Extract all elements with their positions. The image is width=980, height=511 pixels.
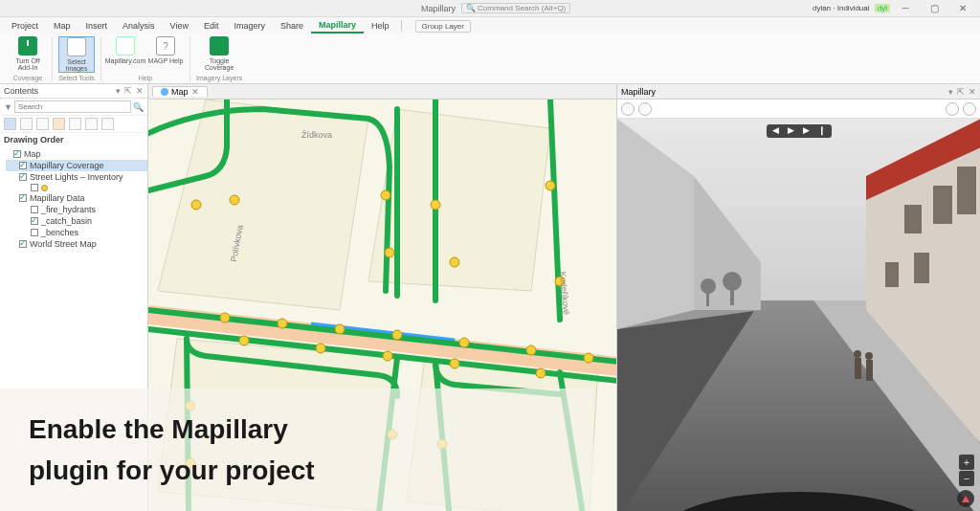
menu-map[interactable]: Map: [46, 19, 78, 33]
layer-label: Street Lights – Inventory: [30, 172, 123, 182]
menu-insert[interactable]: Insert: [78, 19, 116, 33]
toc-more-icon[interactable]: [101, 118, 114, 130]
toggle-coverage-button[interactable]: Toggle Coverage: [201, 36, 237, 71]
svg-point-17: [316, 344, 325, 353]
menu-imagery[interactable]: Imagery: [226, 19, 273, 33]
layer-node[interactable]: [6, 183, 147, 192]
filter-icon[interactable]: ▼: [4, 102, 12, 112]
app-title: Mapillary: [421, 4, 456, 13]
maximize-button[interactable]: ▢: [924, 3, 944, 13]
street-view-canvas[interactable]: ◀ ▶ ▶ ❙ + −: [617, 119, 980, 511]
menu-mapillary[interactable]: Mapillary: [311, 18, 364, 33]
viewer-add-button[interactable]: [946, 102, 959, 116]
layer-node[interactable]: _catch_basin: [6, 215, 147, 227]
layer-label: Map: [24, 149, 41, 159]
svg-point-16: [239, 336, 249, 345]
mapillary-com-button[interactable]: Mapillary.com: [107, 36, 144, 64]
layer-node[interactable]: Map: [6, 148, 147, 160]
svg-point-9: [220, 313, 230, 322]
select-images-button[interactable]: Select Images: [58, 36, 95, 73]
layer-checkbox[interactable]: [31, 217, 38, 225]
nav-next-button[interactable]: ▶: [801, 125, 813, 137]
menu-view[interactable]: View: [163, 19, 196, 33]
viewer-filter-button[interactable]: [621, 102, 635, 116]
layer-checkbox[interactable]: [31, 184, 38, 191]
layer-checkbox[interactable]: [31, 229, 38, 236]
menu-help[interactable]: Help: [364, 19, 397, 33]
layer-node[interactable]: Mapillary Data: [6, 192, 147, 204]
map-tab-close-icon[interactable]: ✕: [191, 87, 199, 97]
layer-node[interactable]: _benches: [6, 227, 147, 238]
drawing-order-label: Drawing Order: [0, 133, 147, 146]
viewer-close-icon[interactable]: ✕: [969, 87, 976, 97]
panel-close-icon[interactable]: ✕: [136, 86, 144, 96]
toc-edit-icon[interactable]: [53, 118, 65, 130]
user-badge: dyl: [875, 4, 890, 12]
ribbon-group-coverage: Coverage: [13, 75, 42, 81]
menu-analysis[interactable]: Analysis: [115, 19, 163, 33]
turn-off-addin-button[interactable]: Turn Off Add-In: [10, 36, 46, 71]
svg-point-15: [584, 353, 593, 363]
svg-text:Žídkova: Žídkova: [301, 130, 332, 140]
layer-checkbox[interactable]: [19, 162, 27, 169]
viewer-title: Mapillary: [621, 87, 656, 97]
menu-share[interactable]: Share: [273, 19, 311, 33]
map-tab[interactable]: Map ✕: [152, 86, 208, 97]
layer-checkbox[interactable]: [19, 173, 27, 181]
svg-point-13: [459, 338, 469, 347]
svg-point-7: [546, 181, 555, 190]
nav-prev-button[interactable]: ◀: [770, 125, 782, 137]
close-button[interactable]: ✕: [953, 3, 972, 13]
search-go-icon[interactable]: 🔍: [133, 102, 144, 112]
layer-node[interactable]: Street Lights – Inventory: [6, 171, 147, 183]
viewer-more-button[interactable]: [963, 102, 976, 116]
command-search[interactable]: 🔍 Command Search (Alt+Q): [461, 3, 570, 13]
svg-point-12: [392, 330, 402, 340]
svg-point-4: [385, 248, 394, 257]
menu-project[interactable]: Project: [4, 19, 46, 33]
globe-icon: [116, 36, 135, 56]
minimize-button[interactable]: ─: [896, 3, 915, 13]
viewer-pin-icon[interactable]: ⇱: [957, 87, 965, 97]
ribbon-group-imagery: Imagery Layers: [196, 75, 242, 81]
toc-view-source-icon[interactable]: [20, 118, 33, 130]
power-icon: [18, 36, 37, 56]
svg-point-48: [865, 352, 873, 360]
contents-search-input[interactable]: [14, 100, 131, 113]
toc-view-list-icon[interactable]: [4, 118, 16, 130]
svg-rect-47: [866, 360, 873, 381]
search-icon: 🔍: [466, 4, 476, 12]
group-layer-button[interactable]: Group Layer: [415, 20, 471, 33]
layer-checkbox[interactable]: [13, 150, 21, 158]
layer-node[interactable]: World Street Map: [6, 238, 147, 250]
layer-node[interactable]: _fire_hydrants: [6, 204, 147, 215]
toc-view-selection-icon[interactable]: [36, 118, 49, 130]
panel-pin-icon[interactable]: ⇱: [124, 86, 132, 96]
nav-end-button[interactable]: ❙: [816, 125, 828, 137]
svg-point-18: [383, 351, 392, 361]
layer-checkbox[interactable]: [19, 240, 27, 248]
map-tab-icon: [161, 88, 168, 96]
zoom-in-button[interactable]: +: [959, 455, 974, 470]
viewer-settings-button[interactable]: [638, 102, 652, 116]
layer-node[interactable]: Mapillary Coverage: [6, 160, 147, 171]
svg-point-11: [335, 324, 345, 334]
toc-label-icon[interactable]: [69, 118, 81, 130]
menu-edit[interactable]: Edit: [196, 19, 227, 33]
magp-help-button[interactable]: ? MAGP Help: [147, 36, 184, 64]
user-label[interactable]: dylan · Individual dyl: [813, 4, 890, 12]
compass-button[interactable]: [957, 490, 974, 507]
layer-label: World Street Map: [30, 239, 97, 249]
svg-point-3: [381, 190, 390, 200]
svg-rect-35: [957, 167, 976, 214]
panel-menu-icon[interactable]: ▾: [116, 86, 121, 96]
main-menu: Project Map Insert Analysis View Edit Im…: [0, 17, 980, 34]
svg-point-10: [278, 319, 287, 328]
layer-checkbox[interactable]: [19, 194, 27, 202]
zoom-out-button[interactable]: −: [959, 471, 974, 486]
viewer-menu-icon[interactable]: ▾: [948, 87, 953, 97]
svg-point-5: [431, 200, 440, 210]
layer-checkbox[interactable]: [31, 206, 38, 213]
nav-play-button[interactable]: ▶: [786, 125, 797, 137]
toc-snap-icon[interactable]: [85, 118, 98, 130]
